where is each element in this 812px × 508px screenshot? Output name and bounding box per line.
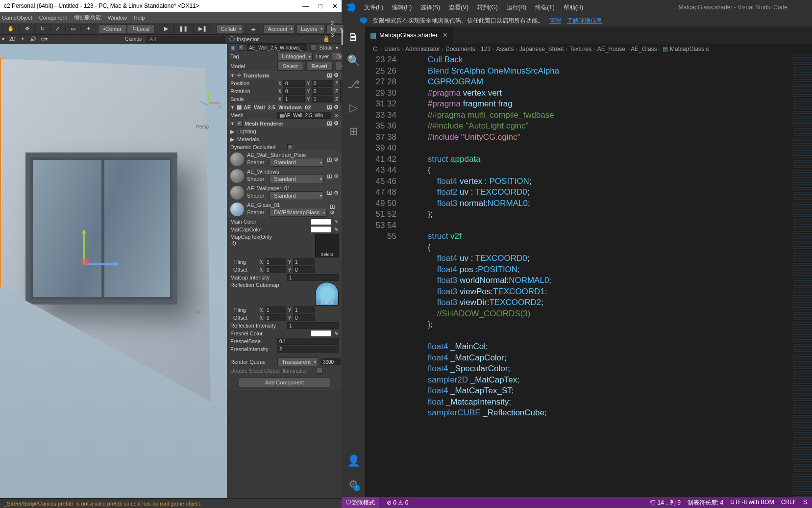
code-body[interactable]: Cull Back Blend SrcAlpha OneMinusSrcAlph…	[409, 54, 793, 497]
reflection-intensity[interactable]	[287, 322, 339, 329]
object-name-input[interactable]	[247, 44, 307, 51]
active-checkbox[interactable]	[238, 45, 244, 51]
mesh-field[interactable]: ▦ AE_Wall_2.5_Win	[277, 112, 331, 119]
offset-y[interactable]	[293, 266, 315, 273]
learn-more-link[interactable]: 了解详细信息	[567, 17, 602, 25]
menu-window[interactable]: Window	[108, 15, 127, 21]
matcapcolor-swatch[interactable]	[311, 226, 331, 233]
scl-y[interactable]	[312, 96, 333, 102]
menu-gameobject[interactable]: GameObject	[2, 15, 32, 21]
tab-close-icon[interactable]: ✕	[443, 31, 448, 39]
vs-menu-go[interactable]: 转到(G)	[477, 3, 497, 12]
account-dropdown[interactable]: Account	[263, 25, 295, 33]
problems-status[interactable]: ⊘ 0 ⚠ 0	[387, 499, 408, 506]
rot-x[interactable]	[283, 88, 305, 95]
scl-x[interactable]	[283, 96, 305, 102]
vs-menu-select[interactable]: 选择(S)	[420, 3, 440, 12]
inspector-tab[interactable]: ⓘ Inspector🔒 ⋮≡	[227, 35, 342, 44]
fresnel-base[interactable]	[277, 338, 339, 345]
meshrenderer-header[interactable]: ▼ Mesh Renderer🕮 ⚙	[227, 119, 342, 127]
model-revert-button[interactable]: Revert	[306, 62, 333, 71]
cubemap-slot[interactable]: Select	[315, 282, 339, 305]
pos-y[interactable]	[312, 80, 333, 87]
maincolor-swatch[interactable]	[311, 218, 331, 225]
vs-menu-run[interactable]: 运行(R)	[507, 3, 527, 12]
dynocc-checkbox[interactable]	[287, 144, 293, 150]
source-control-icon[interactable]: ⎇	[347, 78, 359, 90]
search-icon[interactable]: 🔍	[347, 55, 359, 67]
2d-toggle[interactable]: 2D	[9, 36, 16, 42]
indentation-status[interactable]: 制表符长度: 4	[688, 499, 723, 507]
eol-status[interactable]: CRLF	[781, 499, 796, 507]
tool-hand[interactable]: ✋	[2, 25, 20, 33]
explorer-icon[interactable]: 🗎	[347, 31, 359, 43]
transform-header[interactable]: ▼⊹ Transform🕮 ⚙	[227, 71, 342, 79]
meshfilter-header[interactable]: ▼▦ AE_Wall_2.5_Windows_02🕮 ⚙	[227, 103, 342, 111]
language-status[interactable]: S	[803, 499, 807, 507]
menu-component[interactable]: Component	[39, 15, 67, 21]
tiling2-y[interactable]	[293, 306, 315, 313]
tool-scale[interactable]: ⤢	[50, 25, 65, 33]
pause-button[interactable]: ❚❚	[173, 25, 193, 33]
scene-viewport[interactable]: y z Persp 👁	[0, 44, 227, 498]
tiling-y[interactable]	[293, 258, 315, 265]
matcap-intensity[interactable]	[287, 274, 339, 281]
tiling2-x[interactable]	[265, 306, 286, 313]
encoding-status[interactable]: UTF-8 with BOM	[730, 499, 774, 507]
visibility-icon[interactable]: 👁	[195, 308, 202, 316]
offset2-x[interactable]	[265, 314, 286, 321]
extensions-icon[interactable]: ⊞	[347, 126, 359, 137]
vs-menu-edit[interactable]: 编辑(E)	[392, 3, 412, 12]
restricted-status[interactable]: 🛡 受限模式	[342, 497, 379, 508]
play-button[interactable]: ▶	[159, 25, 173, 33]
tool-rect[interactable]: ▭	[65, 25, 81, 33]
glass-shader[interactable]: DWP/MatcapGlass	[270, 208, 327, 217]
perspective-label[interactable]: Persp	[196, 124, 209, 129]
tag-dropdown[interactable]: Untagged	[277, 52, 313, 61]
close-button[interactable]: ✕	[332, 2, 338, 10]
offset-x[interactable]	[265, 266, 286, 273]
minimap[interactable]	[793, 54, 812, 497]
glass-mat-header[interactable]: AE_Glass_01ShaderDWP/MatcapGlass🕮 ⚙	[227, 201, 342, 218]
model-open-button[interactable]: Open	[336, 62, 342, 71]
menu-help[interactable]: Help	[134, 15, 145, 21]
scene-search[interactable]	[147, 36, 225, 43]
add-component-button[interactable]: Add Component	[239, 378, 330, 387]
vs-menu-help[interactable]: 帮助(H)	[564, 3, 584, 12]
mat2-header[interactable]: AE_WindowsShaderStandard🕮 ⚙	[227, 168, 342, 184]
settings-gear-icon[interactable]: ⚙1	[347, 479, 359, 490]
move-gizmo[interactable]	[83, 230, 85, 264]
handle-local[interactable]: ↻ Local	[127, 25, 155, 33]
menu-enhance[interactable]: 增强版功能	[74, 14, 101, 21]
tiling-x[interactable]	[265, 258, 286, 265]
handle-center[interactable]: ▪ Center	[98, 25, 127, 33]
vs-menu-view[interactable]: 查看(V)	[449, 3, 468, 12]
lighting-icon[interactable]: ☀	[21, 36, 25, 42]
dsgi-checkbox[interactable]	[317, 368, 322, 374]
account-icon[interactable]: 👤	[347, 455, 359, 467]
orientation-gizmo[interactable]	[198, 93, 219, 113]
render-queue-value[interactable]	[321, 358, 341, 365]
fresnel-color-swatch[interactable]	[311, 330, 331, 337]
tab-matcapglass[interactable]: ▤ MatcapGlass.shader ✕	[365, 26, 453, 44]
minimize-button[interactable]: —	[302, 2, 309, 10]
offset2-y[interactable]	[293, 314, 315, 321]
mat3-header[interactable]: AE_Wallpaper_01ShaderStandard🕮 ⚙	[227, 184, 342, 201]
layers-dropdown[interactable]: Layers	[296, 25, 324, 33]
static-checkbox[interactable]	[310, 45, 316, 51]
fresnel-intensity[interactable]	[277, 346, 339, 353]
run-debug-icon[interactable]: ▷	[347, 102, 359, 114]
audio-icon[interactable]: 🔊	[30, 36, 36, 42]
cloud-button[interactable]: ☁	[245, 25, 261, 33]
mat1-shader[interactable]: Standard	[270, 158, 324, 167]
mat1-header[interactable]: AE_Wall_Standart_PlateShaderStandard🕮 ⚙	[227, 151, 342, 168]
breadcrumbs[interactable]: C:› Users› Administrator› Documents› 123…	[365, 44, 812, 54]
render-queue-dropdown[interactable]: Transparent	[277, 357, 318, 366]
tool-transform[interactable]: ✦	[81, 25, 96, 33]
matcaptex-slot[interactable]: Select	[315, 234, 339, 257]
layer-dropdown[interactable]: Default	[332, 52, 342, 61]
tool-move[interactable]: ✥	[20, 25, 35, 33]
collab-dropdown[interactable]: Collab	[216, 25, 243, 33]
fx-dropdown[interactable]: ▭▾	[41, 36, 48, 42]
mat2-shader[interactable]: Standard	[270, 175, 324, 183]
